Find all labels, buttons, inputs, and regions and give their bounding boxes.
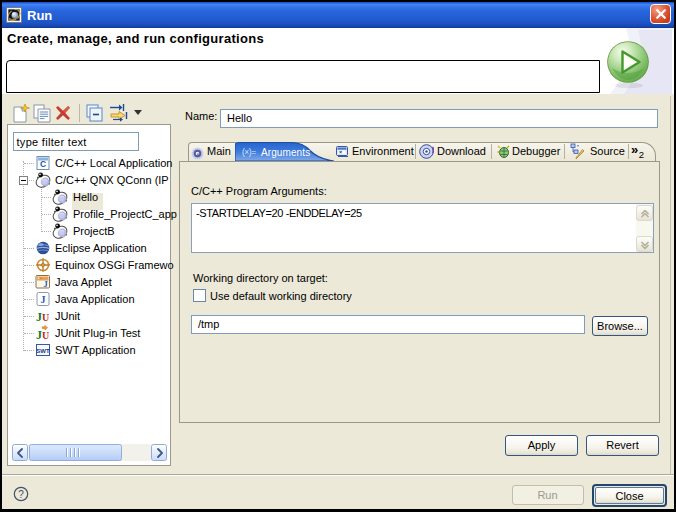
- svg-text:Arguments: Arguments: [261, 147, 310, 158]
- svg-text:?: ?: [18, 489, 24, 500]
- svg-text:C: C: [39, 159, 45, 169]
- svg-text:J: J: [40, 294, 45, 305]
- svg-text:×: ×: [339, 149, 342, 155]
- svg-text:(×)=: (×)=: [242, 147, 256, 157]
- svg-text:U: U: [42, 330, 49, 341]
- svg-text:SWT: SWT: [36, 348, 50, 354]
- svg-text:U: U: [42, 312, 49, 323]
